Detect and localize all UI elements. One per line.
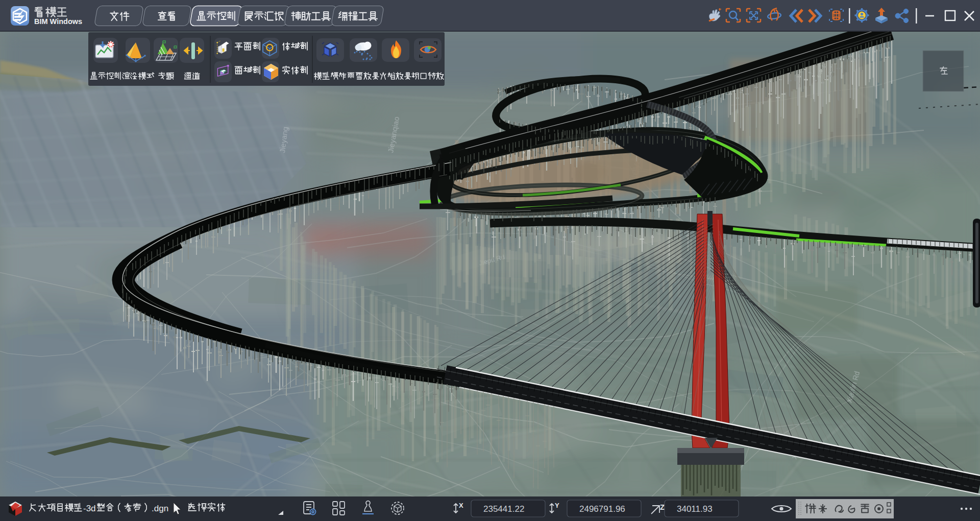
- svg-text:34011.93: 34011.93: [677, 504, 713, 514]
- svg-text:235441.22: 235441.22: [483, 504, 524, 514]
- svg-text:2496791.96: 2496791.96: [579, 504, 625, 514]
- svg-text:-3d: -3d: [83, 504, 96, 513]
- svg-text:X: X: [459, 502, 463, 509]
- svg-text:BIM Windows: BIM Windows: [34, 17, 82, 26]
- svg-text:Y: Y: [555, 502, 559, 509]
- svg-text:.dgn: .dgn: [152, 504, 168, 513]
- svg-text:Z: Z: [660, 503, 665, 511]
